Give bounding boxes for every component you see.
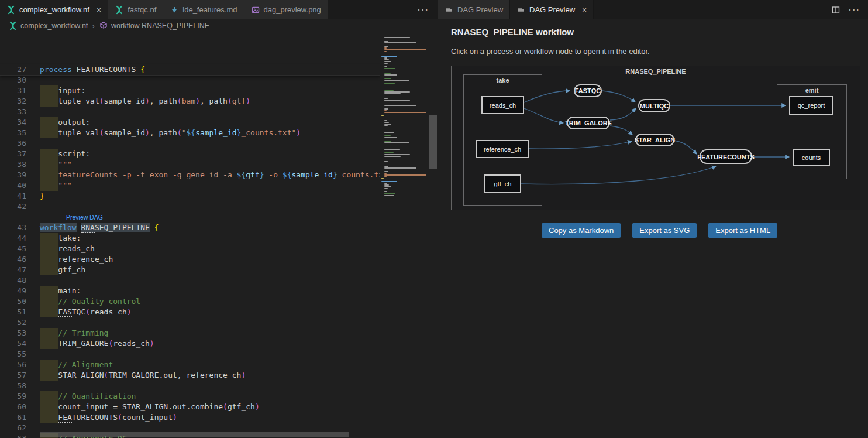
- dag-node-reads_ch[interactable]: reads_ch: [481, 96, 524, 114]
- export-as-svg-button[interactable]: Export as SVG: [632, 223, 697, 238]
- dag-node-FASTQC[interactable]: FASTQC: [574, 84, 602, 97]
- code-line-33[interactable]: 33: [0, 107, 380, 117]
- vertical-scrollbar[interactable]: [429, 115, 437, 169]
- code-line-43[interactable]: 43workflow RNASEQ_PIPELINE {: [0, 223, 380, 233]
- code-line-53[interactable]: 53 // Trimming: [0, 328, 380, 338]
- code-text: // Quantification: [40, 391, 136, 402]
- code-line-55[interactable]: 55: [0, 349, 380, 360]
- line-number: 53: [0, 328, 26, 338]
- minimap-line: [384, 74, 397, 76]
- tab-label: DAG Preview: [457, 5, 503, 14]
- minimap-line: [384, 104, 388, 105]
- code-line-50[interactable]: 50 // Quality control: [0, 296, 380, 307]
- dag-node-MULTIQC[interactable]: MULTIQC: [638, 99, 670, 112]
- code-line-45[interactable]: 45 reads_ch: [0, 244, 380, 254]
- right-editor-group: DAG PreviewDAG Preview×··· RNASEQ_PIPELI…: [438, 0, 868, 438]
- code-line-36[interactable]: 36: [0, 138, 380, 149]
- minimap-line: [384, 108, 388, 110]
- tab-dag-preview-r1[interactable]: DAG Preview×: [510, 0, 594, 19]
- dag-node-TRIM_GALORE[interactable]: TRIM_GALORE: [567, 117, 610, 129]
- code-line-44[interactable]: 44 take:: [0, 233, 380, 244]
- code-line-51[interactable]: 51 FASTQC(reads_ch): [0, 307, 380, 317]
- minimap-line: [384, 156, 401, 157]
- code-text: featureCounts -p -t exon -g gene_id -a $…: [40, 170, 380, 180]
- tab-complex-workflow-nf-l0[interactable]: complex_workflow.nf×: [0, 0, 108, 19]
- code-line-57[interactable]: 57 STAR_ALIGN(TRIM_GALORE.out, reference…: [0, 370, 380, 381]
- code-rows: 3031 input:32 tuple val(sample_id), path…: [0, 75, 380, 438]
- dag-node-qc_report[interactable]: qc_report: [789, 96, 833, 115]
- breadcrumb: complex_workflow.nf › workflow RNASEQ_PI…: [0, 19, 438, 32]
- code-line-39[interactable]: 39 featureCounts -p -t exon -g gene_id -…: [0, 170, 380, 180]
- code-line-60[interactable]: 60 count_input = STAR_ALIGN.out.combine(…: [0, 402, 380, 412]
- code-line-31[interactable]: 31 input:: [0, 85, 380, 96]
- line-number: 48: [0, 275, 26, 286]
- tab-fastqc-nf-l1[interactable]: fastqc.nf: [108, 0, 163, 19]
- dag-edge-reference_ch-to-STAR_ALIGN: [529, 141, 632, 149]
- minimap-line: [384, 37, 410, 39]
- tab-ide-features-md-l2[interactable]: ide_features.md: [163, 0, 244, 19]
- dag-node-counts[interactable]: counts: [793, 149, 830, 166]
- close-icon[interactable]: ×: [97, 6, 101, 14]
- more-actions-icon[interactable]: ···: [418, 5, 429, 15]
- code-line-42[interactable]: 42: [0, 201, 380, 212]
- code-line-52[interactable]: 52: [0, 317, 380, 328]
- horizontal-scrollbar[interactable]: [40, 432, 349, 437]
- tab-spacer: [328, 0, 418, 19]
- code-line-49[interactable]: 49 main:: [0, 286, 380, 296]
- line-number: 57: [0, 370, 26, 381]
- minimap-line: [384, 149, 400, 150]
- minimap-line: [384, 166, 388, 167]
- split-editor-icon[interactable]: [831, 5, 841, 15]
- code-text: // Quality control: [40, 296, 140, 307]
- minimap-line: [384, 83, 395, 84]
- code-line-46[interactable]: 46 reference_ch: [0, 254, 380, 265]
- minimap-line: [384, 110, 387, 111]
- code-line-40[interactable]: 40 """: [0, 180, 380, 191]
- panel-heading: RNASEQ_PIPELINE workflow: [451, 27, 574, 37]
- line-number: 39: [0, 170, 26, 180]
- code-line-56[interactable]: 56 // Alignment: [0, 360, 380, 370]
- tab-dag-preview-r0[interactable]: DAG Preview: [438, 0, 510, 19]
- dag-node-FEATURECOUNTS[interactable]: FEATURECOUNTS: [700, 149, 752, 164]
- codelens-preview-dag-link[interactable]: Preview DAG: [66, 212, 103, 223]
- code-text: reads_ch: [40, 244, 95, 254]
- code-line-27[interactable]: 27process FEATURECOUNTS {: [0, 64, 380, 75]
- sticky-scroll-line[interactable]: 27process FEATURECOUNTS {: [0, 64, 380, 76]
- code-line-34[interactable]: 34 output:: [0, 117, 380, 128]
- code-line-30[interactable]: 30: [0, 75, 380, 85]
- line-number: 56: [0, 360, 26, 370]
- dag-node-reference_ch[interactable]: reference_ch: [476, 140, 529, 158]
- code-line-38[interactable]: 38 """: [0, 159, 380, 170]
- minimap-line: [384, 70, 394, 71]
- tab-dag-preview-png-l3[interactable]: dag_preview.png: [244, 0, 328, 19]
- dag-node-STAR_ALIGN[interactable]: STAR_ALIGN: [635, 134, 674, 146]
- copy-as-markdown-button[interactable]: Copy as Markdown: [542, 223, 621, 238]
- code-line-61[interactable]: 61 FEATURECOUNTS(count_input): [0, 412, 380, 423]
- code-line-58[interactable]: 58: [0, 381, 380, 391]
- nextflow-icon: [115, 5, 124, 15]
- code-editor[interactable]: 3031 input:32 tuple val(sample_id), path…: [0, 32, 380, 438]
- dag-node-gtf_ch[interactable]: gtf_ch: [484, 174, 521, 193]
- code-line-35[interactable]: 35 tuple val(sample_id), path("${sample_…: [0, 128, 380, 138]
- code-line-41[interactable]: 41}: [0, 191, 380, 201]
- code-text: input:: [40, 85, 85, 96]
- minimap-line: [384, 36, 388, 37]
- code-text: count_input = STAR_ALIGN.out.combine(gtf…: [40, 402, 260, 412]
- code-line-48[interactable]: 48: [0, 275, 380, 286]
- minimap-line: [384, 66, 387, 67]
- minimap-line: [384, 41, 388, 42]
- more-actions-icon[interactable]: ···: [849, 5, 860, 15]
- export-as-html-button[interactable]: Export as HTML: [708, 223, 777, 238]
- breadcrumb-file[interactable]: complex_workflow.nf: [20, 22, 88, 30]
- line-number: 59: [0, 391, 26, 402]
- code-line-54[interactable]: 54 TRIM_GALORE(reads_ch): [0, 338, 380, 349]
- code-line-37[interactable]: 37 script:: [0, 149, 380, 159]
- code-line-47[interactable]: 47 gtf_ch: [0, 265, 380, 275]
- minimap-line: [384, 120, 387, 121]
- code-line-32[interactable]: 32 tuple val(sample_id), path(bam), path…: [0, 96, 380, 107]
- minimap-line: [384, 124, 392, 125]
- close-icon[interactable]: ×: [582, 6, 587, 14]
- breadcrumb-symbol[interactable]: workflow RNASEQ_PIPELINE: [111, 22, 209, 30]
- minimap[interactable]: [380, 32, 427, 438]
- code-line-59[interactable]: 59 // Quantification: [0, 391, 380, 402]
